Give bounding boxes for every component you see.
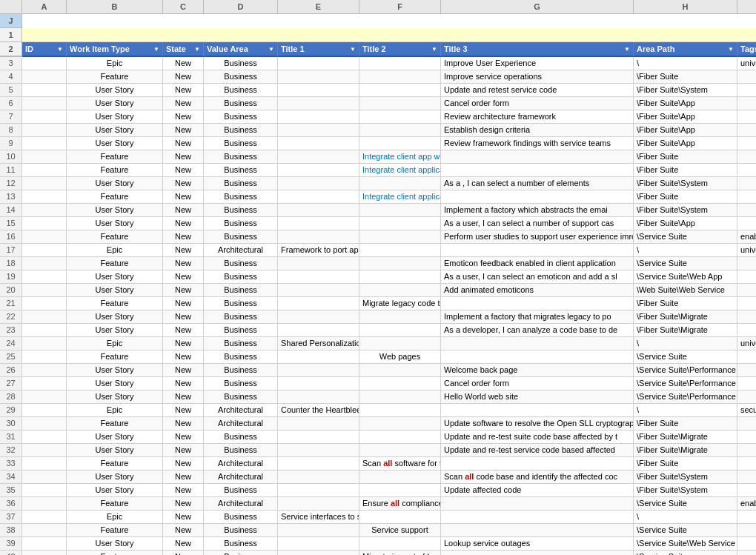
cell-work-type: Feature — [67, 551, 163, 555]
cell-title3 — [441, 497, 634, 511]
col-letter-a[interactable]: A — [22, 0, 67, 14]
col-letter-i[interactable]: I — [737, 0, 756, 14]
col-letter-g[interactable]: G — [441, 0, 634, 14]
cell-tags — [737, 431, 756, 444]
col-header-work-item-type[interactable]: Work Item Type ▼ — [67, 42, 163, 57]
col-header-state[interactable]: State ▼ — [163, 42, 204, 57]
cell-title1 — [278, 177, 359, 190]
table-row: 29EpicNewArchitecturalCounter the Heartb… — [0, 404, 756, 417]
cell-value-area: Business — [204, 230, 278, 244]
cell-title3: As a user, I can select an emoticon and … — [441, 270, 634, 284]
table-row: 11FeatureNewBusinessIntegrate client app… — [0, 164, 756, 177]
col-letter-e[interactable]: E — [278, 0, 359, 14]
cell-state: New — [163, 484, 204, 497]
cell-state: New — [163, 404, 204, 417]
cell-state: New — [163, 230, 204, 244]
filter-arrow-ap[interactable]: ▼ — [728, 46, 734, 53]
col-header-title3[interactable]: Title 3 ▼ — [441, 42, 634, 57]
filter-arrow-wit[interactable]: ▼ — [153, 46, 159, 53]
cell-id — [22, 364, 67, 377]
cell-tags — [737, 110, 756, 124]
row-number: 31 — [0, 431, 22, 444]
cell-area-path: \Fiber Suite — [634, 417, 737, 431]
cell-area-path: \Fiber Suite\Migrate — [634, 431, 737, 444]
filter-arrow-state[interactable]: ▼ — [194, 46, 200, 53]
cell-title2 — [359, 404, 441, 417]
cell-title2 — [359, 204, 441, 217]
cell-work-type: Feature — [67, 190, 163, 204]
col-letter-f[interactable]: F — [359, 0, 441, 14]
col-letter-d[interactable]: D — [204, 0, 278, 14]
cell-id — [22, 324, 67, 337]
row-number: 5 — [0, 84, 22, 97]
cell-work-type: User Story — [67, 97, 163, 110]
cell-title3: Implement a factory that migrates legacy… — [441, 310, 634, 324]
corner-cell — [0, 0, 22, 14]
cell-title2: Web pages — [359, 350, 441, 364]
cell-value-area: Business — [204, 57, 278, 70]
table-row: 4FeatureNewBusinessImprove service opera… — [0, 70, 756, 84]
cell-title2 — [359, 537, 441, 551]
cell-tags — [737, 257, 756, 270]
cell-title2 — [359, 431, 441, 444]
col-header-value-area[interactable]: Value Area ▼ — [204, 42, 278, 57]
cell-title2 — [359, 471, 441, 484]
col-letter-b[interactable]: B — [67, 0, 163, 14]
cell-tags: security — [737, 404, 756, 417]
filter-arrow-id[interactable]: ▼ — [57, 46, 63, 53]
col-header-title2[interactable]: Title 2 ▼ — [359, 42, 441, 57]
cell-work-type: Epic — [67, 57, 163, 70]
col-letter-j[interactable]: J — [0, 14, 22, 28]
cell-title3: Update software to resolve the Open SLL … — [441, 417, 634, 431]
project-info — [22, 28, 756, 42]
row-number: 7 — [0, 110, 22, 124]
cell-title1 — [278, 457, 359, 471]
cell-title1: Counter the Heartbleed web security bug — [278, 404, 359, 417]
cell-area-path: \Fiber Suite — [634, 190, 737, 204]
col-letter-h[interactable]: H — [634, 0, 737, 14]
cell-work-type: Feature — [67, 150, 163, 164]
col-header-title1[interactable]: Title 1 ▼ — [278, 42, 359, 57]
cell-id — [22, 444, 67, 457]
cell-title2 — [359, 324, 441, 337]
cell-value-area: Business — [204, 84, 278, 97]
table-row: 26User StoryNewBusinessWelcome back page… — [0, 364, 756, 377]
col-header-tags[interactable]: Tags ▼ — [737, 42, 756, 57]
cell-area-path: \Service Suite\Web Service — [634, 537, 737, 551]
cell-tags — [737, 297, 756, 310]
filter-arrow-va[interactable]: ▼ — [268, 46, 274, 53]
cell-title1 — [278, 497, 359, 511]
col-header-area-path[interactable]: Area Path ▼ — [634, 42, 737, 57]
cell-title2 — [359, 177, 441, 190]
cell-area-path: \Fiber Suite\App — [634, 137, 737, 150]
filter-arrow-t2[interactable]: ▼ — [431, 46, 437, 53]
cell-area-path: \Fiber Suite — [634, 164, 737, 177]
table-row: 19User StoryNewBusinessAs a user, I can … — [0, 270, 756, 284]
row-number: 32 — [0, 444, 22, 457]
cell-title1 — [278, 524, 359, 537]
filter-arrow-t1[interactable]: ▼ — [350, 46, 356, 53]
cell-value-area: Business — [204, 551, 278, 555]
cell-area-path: \Fiber Suite\Migrate — [634, 444, 737, 457]
cell-value-area: Business — [204, 217, 278, 230]
cell-title3 — [441, 511, 634, 524]
col-letter-c[interactable]: C — [163, 0, 204, 14]
cell-title2 — [359, 377, 441, 391]
row-number: 33 — [0, 457, 22, 471]
cell-tags — [737, 524, 756, 537]
cell-id — [22, 244, 67, 257]
cell-state: New — [163, 190, 204, 204]
cell-title1 — [278, 391, 359, 404]
row-number: 8 — [0, 124, 22, 137]
cell-area-path: \Fiber Suite — [634, 70, 737, 84]
col-header-id[interactable]: ID ▼ — [22, 42, 67, 57]
cell-tags — [737, 190, 756, 204]
row-number: 6 — [0, 97, 22, 110]
cell-id — [22, 511, 67, 524]
filter-arrow-t3[interactable]: ▼ — [624, 46, 630, 53]
cell-state: New — [163, 551, 204, 555]
cell-title1 — [278, 270, 359, 284]
cell-value-area: Business — [204, 110, 278, 124]
cell-value-area: Business — [204, 124, 278, 137]
cell-tags: universal applications — [737, 57, 756, 70]
